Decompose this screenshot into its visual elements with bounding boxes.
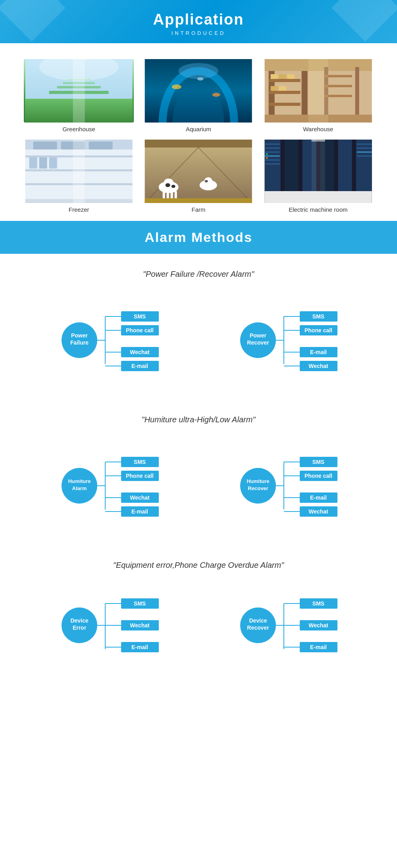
svg-rect-24 <box>287 74 294 79</box>
svg-point-11 <box>179 63 218 79</box>
svg-text:Recover: Recover <box>247 625 269 631</box>
image-item-aquarium: Aquarium <box>143 59 253 132</box>
svg-text:Phone call: Phone call <box>126 473 154 479</box>
svg-text:Failure: Failure <box>70 339 89 346</box>
svg-rect-25 <box>270 86 278 91</box>
svg-rect-84 <box>311 140 325 142</box>
svg-text:SMS: SMS <box>134 459 146 465</box>
svg-text:Recover: Recover <box>247 339 269 346</box>
alarm-group-device: "Equipment error,Phone Charge Overdue Al… <box>0 561 397 694</box>
svg-point-14 <box>197 77 204 80</box>
svg-rect-78 <box>357 155 372 157</box>
svg-text:SMS: SMS <box>312 600 324 607</box>
svg-rect-33 <box>308 59 328 123</box>
svg-rect-79 <box>284 140 298 191</box>
svg-rect-72 <box>266 153 268 155</box>
svg-rect-77 <box>357 151 372 153</box>
svg-rect-43 <box>39 157 47 169</box>
application-section: Greenhouse <box>0 43 397 221</box>
svg-point-61 <box>205 180 208 182</box>
svg-rect-23 <box>279 74 286 79</box>
svg-text:Recover: Recover <box>248 485 268 491</box>
image-greenhouse <box>24 59 134 123</box>
svg-text:SMS: SMS <box>134 600 146 607</box>
image-label-greenhouse: Greenhouse <box>24 126 134 132</box>
svg-rect-82 <box>338 140 352 191</box>
svg-rect-56 <box>175 191 177 198</box>
alarm-group-humiture: "Humiture ultra-High/Low Alarm" Humiture… <box>0 415 397 561</box>
svg-rect-66 <box>264 144 279 145</box>
svg-text:E-mail: E-mail <box>310 349 327 355</box>
svg-rect-54 <box>167 191 169 198</box>
svg-rect-67 <box>264 148 279 149</box>
svg-rect-62 <box>145 198 252 203</box>
svg-point-13 <box>212 93 220 97</box>
svg-rect-64 <box>264 191 372 203</box>
image-electric <box>263 140 373 203</box>
svg-text:E-mail: E-mail <box>131 363 148 369</box>
alarm-methods-title: Alarm Methods <box>0 230 397 245</box>
diagram-row-power: Power Failure SMS Phone call <box>12 295 385 387</box>
svg-text:Power: Power <box>250 332 267 339</box>
svg-text:Humiture: Humiture <box>247 478 269 484</box>
svg-rect-46 <box>73 140 85 203</box>
svg-point-12 <box>172 84 181 89</box>
svg-rect-31 <box>355 67 359 123</box>
svg-rect-30 <box>324 95 352 97</box>
page-header: Application INTRODUCED <box>0 0 397 43</box>
svg-rect-71 <box>264 163 279 165</box>
svg-text:Wechat: Wechat <box>130 494 150 501</box>
svg-rect-83 <box>311 140 325 191</box>
alarm-group-power-title: "Power Failure /Recover Alarm" <box>12 270 385 279</box>
svg-rect-20 <box>268 103 300 106</box>
diagram-humiture-recover: Humiture Recover SMS Phone call E-mail <box>226 440 349 533</box>
svg-rect-47 <box>145 140 252 203</box>
svg-text:Power: Power <box>71 332 88 339</box>
svg-text:Wechat: Wechat <box>308 363 328 369</box>
svg-point-57 <box>166 183 170 187</box>
image-item-freezer: Freezer <box>24 140 134 213</box>
image-item-greenhouse: Greenhouse <box>24 59 134 132</box>
image-aquarium <box>143 59 253 123</box>
diagram-device-error: Device Error SMS Wechat E-mail <box>48 586 171 667</box>
svg-text:Humiture: Humiture <box>68 478 91 484</box>
image-label-warehouse: Warehouse <box>263 126 373 132</box>
svg-rect-65 <box>264 140 280 191</box>
svg-rect-22 <box>270 74 278 79</box>
image-item-farm: Farm <box>143 140 253 213</box>
image-warehouse <box>263 59 373 123</box>
diagram-row-humiture: Humiture Alarm SMS Phone call Wechat <box>12 440 385 533</box>
svg-rect-36 <box>33 142 57 149</box>
image-grid: Greenhouse <box>24 59 373 213</box>
page-title: Application <box>0 11 397 28</box>
svg-text:E-mail: E-mail <box>310 644 327 650</box>
svg-text:Device: Device <box>249 617 267 624</box>
svg-rect-26 <box>279 86 286 91</box>
svg-rect-44 <box>49 157 57 169</box>
svg-rect-69 <box>264 155 279 157</box>
svg-rect-76 <box>357 148 372 149</box>
svg-rect-38 <box>89 142 113 149</box>
svg-rect-75 <box>357 144 372 145</box>
svg-rect-68 <box>264 151 279 153</box>
alarm-section: "Power Failure /Recover Alarm" Power Fai… <box>0 270 397 694</box>
svg-text:Phone call: Phone call <box>126 327 154 333</box>
alarm-group-humiture-title: "Humiture ultra-High/Low Alarm" <box>12 415 385 424</box>
svg-text:Wechat: Wechat <box>308 622 328 628</box>
svg-rect-70 <box>264 159 279 161</box>
svg-rect-42 <box>29 157 37 169</box>
svg-rect-48 <box>145 140 252 148</box>
svg-text:E-mail: E-mail <box>131 508 148 515</box>
diagram-humiture-alarm: Humiture Alarm SMS Phone call Wechat <box>48 440 171 533</box>
image-label-freezer: Freezer <box>24 206 134 213</box>
image-label-aquarium: Aquarium <box>143 126 253 132</box>
svg-text:SMS: SMS <box>312 459 324 465</box>
svg-rect-53 <box>163 191 165 198</box>
image-freezer <box>24 140 134 203</box>
page-subtitle: INTRODUCED <box>0 30 397 36</box>
svg-rect-19 <box>268 91 300 94</box>
svg-rect-73 <box>266 157 268 159</box>
alarm-methods-header: Alarm Methods <box>0 221 397 254</box>
diagram-row-device: Device Error SMS Wechat E-mail <box>12 586 385 667</box>
svg-rect-28 <box>324 75 352 77</box>
